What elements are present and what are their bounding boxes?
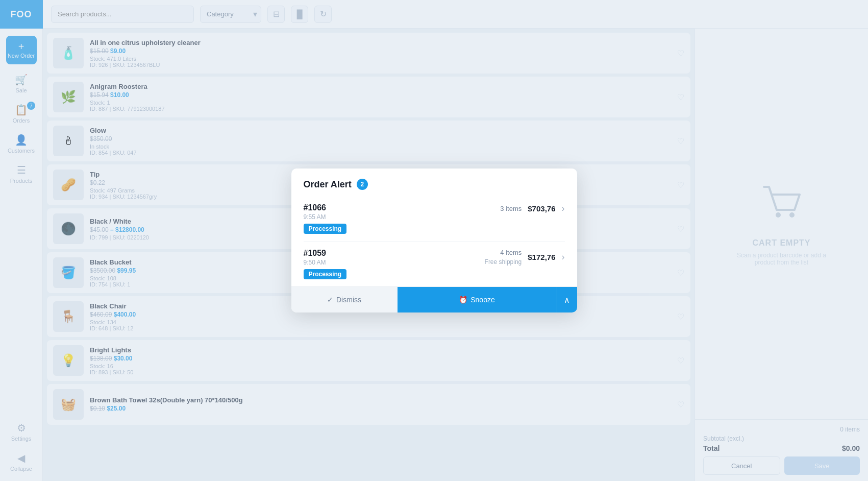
order-alert-modal: Order Alert 2 #1066 9:55 AM Processing 3…	[291, 169, 577, 312]
order-shipping: Free shipping	[485, 258, 522, 266]
order-right: 3 items $703,76 ›	[500, 203, 564, 214]
order-chevron-icon[interactable]: ›	[562, 252, 565, 262]
order-row[interactable]: #1066 9:55 AM Processing 3 items $703,76…	[304, 196, 565, 242]
snooze-button[interactable]: ⏰ Snooze	[398, 287, 557, 312]
alert-count-badge: 2	[357, 179, 368, 190]
modal-footer: ✓ Dismiss ⏰ Snooze ∧	[291, 286, 577, 312]
snooze-expand-button[interactable]: ∧	[557, 287, 577, 312]
order-items-count: 4 items	[485, 249, 522, 256]
order-amount: $172,76	[528, 253, 555, 261]
order-top: #1059 9:50 AM Processing 4 items Free sh…	[304, 249, 565, 279]
order-top: #1066 9:55 AM Processing 3 items $703,76…	[304, 203, 565, 234]
order-id: #1066	[304, 203, 347, 212]
snooze-label: Snooze	[470, 296, 494, 304]
modal-title: Order Alert	[304, 179, 352, 190]
order-row[interactable]: #1059 9:50 AM Processing 4 items Free sh…	[304, 242, 565, 286]
order-amount: $703,76	[528, 204, 555, 213]
order-right: 4 items Free shipping $172,76 ›	[485, 249, 565, 266]
chevron-up-icon: ∧	[564, 295, 570, 305]
order-chevron-icon[interactable]: ›	[562, 203, 565, 214]
order-items-count: 3 items	[500, 205, 522, 212]
dismiss-check-icon: ✓	[327, 296, 333, 304]
order-time: 9:50 AM	[304, 259, 347, 266]
modal-overlay: Order Alert 2 #1066 9:55 AM Processing 3…	[0, 0, 868, 481]
dismiss-label: Dismiss	[336, 296, 361, 304]
order-id: #1059	[304, 249, 347, 258]
order-left: #1066 9:55 AM Processing	[304, 203, 347, 234]
order-time: 9:55 AM	[304, 213, 347, 221]
status-badge: Processing	[304, 269, 347, 279]
dismiss-button[interactable]: ✓ Dismiss	[291, 287, 398, 312]
modal-header: Order Alert 2	[291, 169, 577, 196]
modal-body: #1066 9:55 AM Processing 3 items $703,76…	[291, 196, 577, 286]
snooze-icon: ⏰	[459, 296, 467, 304]
status-badge: Processing	[304, 224, 347, 234]
order-left: #1059 9:50 AM Processing	[304, 249, 347, 279]
